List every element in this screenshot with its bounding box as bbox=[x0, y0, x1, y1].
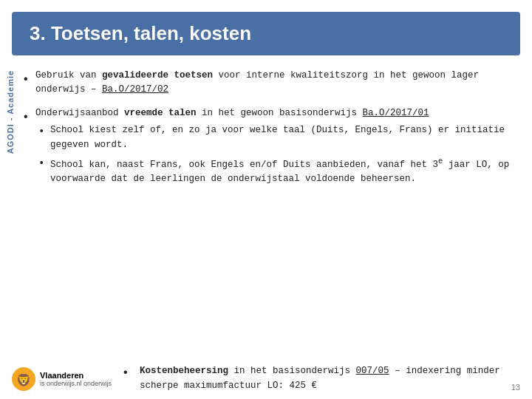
sub-bullets: • School kiest zelf of, en zo ja voor we… bbox=[38, 123, 517, 187]
content-area: AGODI - Academie • Gebruik van gevalidee… bbox=[0, 55, 532, 361]
logo-text: Vlaanderen is onderwijs.nl onderwijs bbox=[40, 371, 112, 387]
list-item: • School kan, naast Frans, ook Engels en… bbox=[38, 155, 517, 187]
footer-bullet: • Kostenbeheersing in het basisonderwijs… bbox=[112, 364, 511, 393]
sidebar-label: AGODI - Academie bbox=[0, 63, 21, 361]
list-item: • Gebruik van gevalideerde toetsen voor … bbox=[24, 69, 517, 98]
logo-name: Vlaanderen bbox=[40, 371, 112, 380]
slide-container: 3. Toetsen, talen, kosten AGODI - Academ… bbox=[0, 0, 532, 399]
footer-logo: 🦁 Vlaanderen is onderwijs.nl onderwijs bbox=[12, 367, 112, 391]
bullet-dot: • bbox=[24, 70, 35, 88]
main-content: • Gebruik van gevalideerde toetsen voor … bbox=[21, 63, 532, 361]
footer-area: 🦁 Vlaanderen is onderwijs.nl onderwijs •… bbox=[0, 361, 532, 399]
sub-bullet-text-1: School kiest zelf of, en zo ja voor welk… bbox=[50, 123, 517, 152]
lion-svg: 🦁 bbox=[13, 369, 34, 389]
link-bao-2017-01[interactable]: Ba.O/2017/01 bbox=[363, 108, 429, 118]
footer-bullet-dot: • bbox=[123, 366, 135, 379]
link-bao-2017-02[interactable]: Ba.O/2017/02 bbox=[102, 84, 168, 95]
link-007-05[interactable]: 007/05 bbox=[356, 366, 389, 376]
list-item: • School kiest zelf of, en zo ja voor we… bbox=[38, 123, 517, 152]
sub-bullet-text-2: School kan, naast Frans, ook Engels en/o… bbox=[50, 155, 517, 187]
logo-icon: 🦁 bbox=[12, 367, 35, 391]
bold-talen: vreemde talen bbox=[124, 108, 197, 118]
bullet-text-2: Onderwijsaanbod vreemde talen in het gew… bbox=[35, 106, 517, 190]
list-item: • Onderwijsaanbod vreemde talen in het g… bbox=[24, 106, 517, 190]
sub-bullet-dot-2: • bbox=[38, 156, 50, 172]
page-number: 13 bbox=[511, 383, 520, 393]
footer-bullet-content: • Kostenbeheersing in het basisonderwijs… bbox=[123, 364, 511, 393]
sub-bullet-dot-1: • bbox=[38, 124, 50, 140]
footer-bullet-text: Kostenbeheersing in het basisonderwijs 0… bbox=[140, 364, 511, 393]
logo-subtitle: is onderwijs.nl onderwijs bbox=[40, 380, 112, 387]
slide-title: 3. Toetsen, talen, kosten bbox=[30, 22, 251, 44]
bold-kosten: Kostenbeheersing bbox=[140, 366, 228, 376]
svg-text:🦁: 🦁 bbox=[16, 373, 31, 387]
bullet-dot-2: • bbox=[24, 108, 35, 126]
bullet-text-1: Gebruik van gevalideerde toetsen voor in… bbox=[35, 69, 517, 98]
bold-toetsen: gevalideerde toetsen bbox=[102, 70, 213, 81]
header-bar: 3. Toetsen, talen, kosten bbox=[12, 12, 520, 55]
